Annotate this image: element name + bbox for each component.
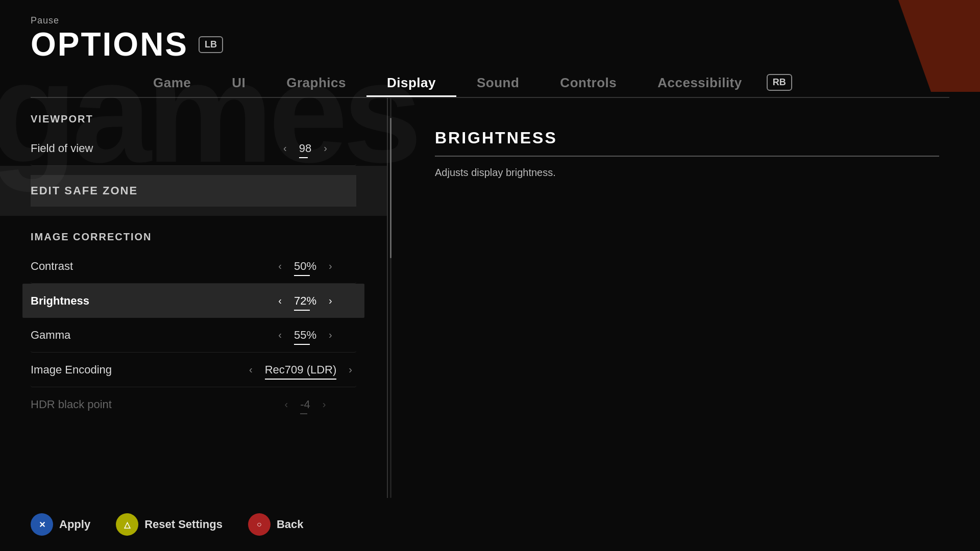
pause-label: Pause [31,15,949,26]
gamma-value-wrapper: 55% [294,329,316,342]
contrast-value: 50% [294,260,316,272]
image-encoding-underline [265,379,337,380]
field-of-view-control: ‹ 98 › [254,140,356,156]
reset-label: Reset Settings [144,518,223,531]
tab-graphics[interactable]: Graphics [266,71,366,97]
hdr-black-point-value: -4 [300,398,310,411]
setting-row-contrast[interactable]: Contrast ‹ 50% › [31,249,356,284]
image-encoding-increase[interactable]: › [345,362,356,378]
field-of-view-decrease[interactable]: ‹ [279,140,291,156]
brightness-value: 72% [294,294,316,307]
field-of-view-value-wrapper: 98 [299,142,311,155]
scrollbar-thumb[interactable] [390,118,391,258]
scrollbar-container [388,98,394,498]
back-label: Back [277,518,304,531]
image-encoding-label: Image Encoding [31,363,112,377]
main-container: games Pause OPTIONS LB Game UI Graphics … [0,0,980,551]
contrast-label: Contrast [31,260,73,273]
tab-display[interactable]: Display [366,71,456,97]
setting-row-gamma[interactable]: Gamma ‹ 55% › [31,318,356,353]
info-panel-title: BRIGHTNESS [435,129,939,157]
tab-accessibility[interactable]: Accessibility [637,71,762,97]
hdr-black-point-increase: › [318,396,330,412]
x-button-icon: ✕ [31,513,53,536]
options-title-row: OPTIONS LB [31,28,949,61]
content-area: Viewport Field of view ‹ 98 › EDIT SAFE … [0,98,980,498]
field-of-view-label: Field of view [31,142,93,155]
reset-action[interactable]: △ Reset Settings [116,513,223,536]
field-of-view-increase[interactable]: › [320,140,331,156]
nav-tabs-row: Game UI Graphics Display Sound Controls … [31,71,949,98]
gamma-increase[interactable]: › [325,327,336,343]
gamma-underline [294,344,310,345]
gamma-control: ‹ 55% › [254,327,356,343]
gamma-decrease[interactable]: ‹ [274,327,286,343]
brightness-control: ‹ 72% › [254,293,356,309]
tab-controls[interactable]: Controls [540,71,637,97]
edit-safe-zone-row: EDIT SAFE ZONE [0,166,387,216]
info-panel-description: Adjusts display brightness. [435,165,939,180]
brightness-value-wrapper: 72% [294,294,316,308]
image-encoding-decrease[interactable]: ‹ [245,362,257,378]
setting-row-image-encoding[interactable]: Image Encoding ‹ Rec709 (LDR) › [31,353,356,387]
setting-row-brightness[interactable]: Brightness ‹ 72% › [22,284,364,318]
header: Pause OPTIONS LB Game UI Graphics Displa… [0,0,980,98]
nav-tabs: Game UI Graphics Display Sound Controls … [133,71,792,97]
bottom-bar: ✕ Apply △ Reset Settings ○ Back [0,498,980,551]
apply-label: Apply [59,518,90,531]
gamma-value: 55% [294,329,316,341]
hdr-black-point-value-wrapper: -4 [300,398,310,411]
image-encoding-control: ‹ Rec709 (LDR) › [245,362,356,378]
brightness-underline [294,310,310,311]
contrast-underline [294,275,310,276]
brightness-increase[interactable]: › [325,293,336,309]
info-panel: BRIGHTNESS Adjusts display brightness. [394,98,980,498]
b-button-label: ○ [257,520,262,529]
rb-badge[interactable]: RB [767,74,792,91]
edit-safe-zone-button[interactable]: EDIT SAFE ZONE [31,175,356,207]
brightness-label: Brightness [31,294,89,308]
hdr-black-point-control: ‹ -4 › [254,396,356,412]
b-button-icon: ○ [248,513,271,536]
setting-row-hdr-black-point: HDR black point ‹ -4 › [31,387,356,421]
contrast-value-wrapper: 50% [294,260,316,273]
contrast-increase[interactable]: › [325,258,336,274]
page-title: OPTIONS [31,28,188,61]
back-action[interactable]: ○ Back [248,513,304,536]
apply-action[interactable]: ✕ Apply [31,513,90,536]
brightness-decrease[interactable]: ‹ [274,293,286,309]
settings-panel: Viewport Field of view ‹ 98 › EDIT SAFE … [0,98,388,498]
hdr-black-point-label: HDR black point [31,398,112,411]
gamma-label: Gamma [31,329,70,342]
image-encoding-value-wrapper: Rec709 (LDR) [265,363,337,377]
scrollbar-track [390,98,391,498]
field-of-view-underline [299,157,308,158]
y-button-label: △ [124,520,130,530]
section-header-viewport: Viewport [31,98,356,131]
tab-ui[interactable]: UI [211,71,266,97]
hdr-black-point-underline [300,413,307,414]
x-button-label: ✕ [39,520,45,530]
hdr-black-point-decrease: ‹ [281,396,292,412]
contrast-control: ‹ 50% › [254,258,356,274]
contrast-decrease[interactable]: ‹ [274,258,286,274]
image-encoding-value: Rec709 (LDR) [265,363,337,376]
setting-row-field-of-view[interactable]: Field of view ‹ 98 › [31,131,356,166]
tab-game[interactable]: Game [133,71,211,97]
y-button-icon: △ [116,513,138,536]
tab-sound[interactable]: Sound [456,71,540,97]
section-header-image-correction: Image Correction [31,216,356,249]
field-of-view-value: 98 [299,142,311,155]
lb-badge[interactable]: LB [199,36,223,53]
